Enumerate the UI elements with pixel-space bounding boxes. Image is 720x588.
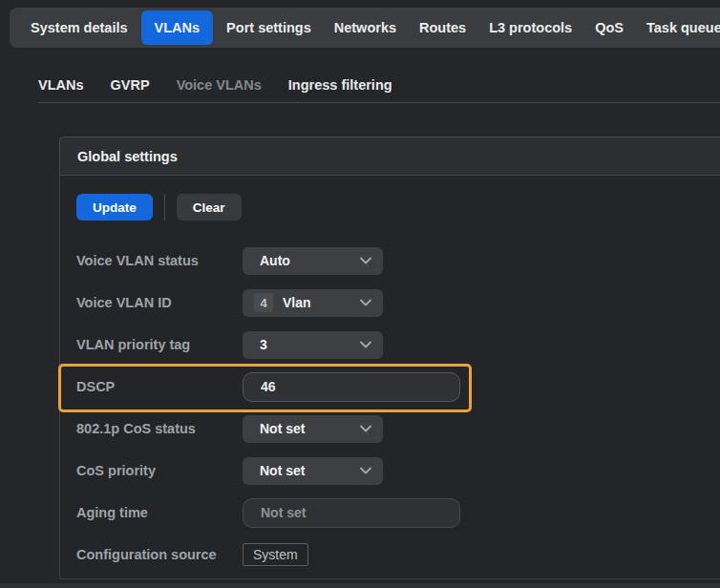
802-1p-cos-status-select[interactable]: Not set [243, 415, 383, 443]
nav-tab-routes[interactable]: Routes [408, 10, 477, 46]
global-settings-panel-header: Global settings [59, 136, 720, 176]
cos-priority-selected-value: Not set [260, 463, 305, 478]
subnav-tab-gvrp[interactable]: GVRP [111, 77, 150, 93]
field-label-configuration-source: Configuration source [76, 547, 243, 562]
nav-tab-task-queue[interactable]: Task queue [635, 10, 720, 46]
dscp-input[interactable] [243, 372, 460, 402]
form-row-802-1p-cos-status: 802.1p CoS statusNot set [76, 408, 720, 450]
nav-tab-networks[interactable]: Networks [323, 10, 408, 46]
configuration-source-badge: System [243, 543, 308, 566]
chevron-down-icon [360, 425, 371, 432]
form-row-voice-vlan-status: Voice VLAN statusAuto [76, 240, 720, 282]
form-row-aging-time: Aging time [76, 492, 720, 534]
field-label-voice-vlan-status: Voice VLAN status [76, 253, 243, 268]
nav-tab-qos[interactable]: QoS [583, 10, 635, 46]
nav-tab-port-settings[interactable]: Port settings [215, 10, 323, 46]
field-label-802-1p-cos-status: 802.1p CoS status [76, 421, 243, 436]
field-label-aging-time: Aging time [76, 505, 243, 520]
sub-navigation-tabs: VLANsGVRPVoice VLANsIngress filtering [38, 74, 392, 95]
action-buttons-row: Update Clear [76, 194, 720, 220]
chevron-down-icon [360, 467, 371, 474]
subnav-tab-vlans[interactable]: VLANs [38, 77, 84, 93]
802-1p-cos-status-selected-value: Not set [260, 421, 305, 436]
panel-title: Global settings [77, 149, 178, 164]
nav-tab-vlans[interactable]: VLANs [141, 10, 214, 45]
global-settings-panel-body: Update Clear Voice VLAN statusAutoVoice … [59, 176, 720, 579]
top-navigation-bar: System detailsVLANsPort settingsNetworks… [10, 8, 720, 48]
subnav-divider [38, 102, 720, 103]
field-label-cos-priority: CoS priority [76, 463, 243, 478]
voice-vlan-status-select[interactable]: Auto [243, 247, 383, 275]
clear-button[interactable]: Clear [177, 194, 242, 220]
chevron-down-icon [360, 341, 371, 348]
form-row-configuration-source: Configuration sourceSystem [76, 534, 720, 576]
subnav-tab-voice-vlans[interactable]: Voice VLANs [177, 77, 262, 93]
voice-vlan-id-selected-value: Vlan [283, 295, 311, 310]
form-row-vlan-priority-tag: VLAN priority tag3 [76, 324, 720, 366]
bottom-strip [0, 583, 720, 588]
vlan-priority-tag-select[interactable]: 3 [243, 331, 383, 359]
subnav-tab-ingress-filtering[interactable]: Ingress filtering [288, 77, 392, 93]
button-separator [164, 194, 165, 220]
settings-form: Voice VLAN statusAutoVoice VLAN ID4VlanV… [76, 240, 720, 576]
nav-tab-l3-protocols[interactable]: L3 protocols [477, 10, 583, 46]
voice-vlan-id-value-badge: 4 [254, 293, 273, 312]
aging-time-input [243, 498, 460, 528]
voice-vlan-id-select[interactable]: 4Vlan [243, 289, 383, 317]
form-row-dscp: DSCP [76, 366, 720, 408]
field-label-vlan-priority-tag: VLAN priority tag [76, 337, 243, 352]
cos-priority-select[interactable]: Not set [243, 457, 383, 485]
chevron-down-icon [360, 299, 371, 306]
field-label-dscp: DSCP [76, 379, 243, 394]
chevron-down-icon [360, 257, 371, 264]
field-label-voice-vlan-id: Voice VLAN ID [76, 295, 243, 310]
vlan-priority-tag-selected-value: 3 [260, 337, 267, 352]
update-button[interactable]: Update [76, 194, 153, 220]
form-row-cos-priority: CoS priorityNot set [76, 450, 720, 492]
form-row-voice-vlan-id: Voice VLAN ID4Vlan [76, 282, 720, 324]
nav-tab-system-details[interactable]: System details [19, 10, 139, 46]
voice-vlan-status-selected-value: Auto [260, 253, 290, 268]
